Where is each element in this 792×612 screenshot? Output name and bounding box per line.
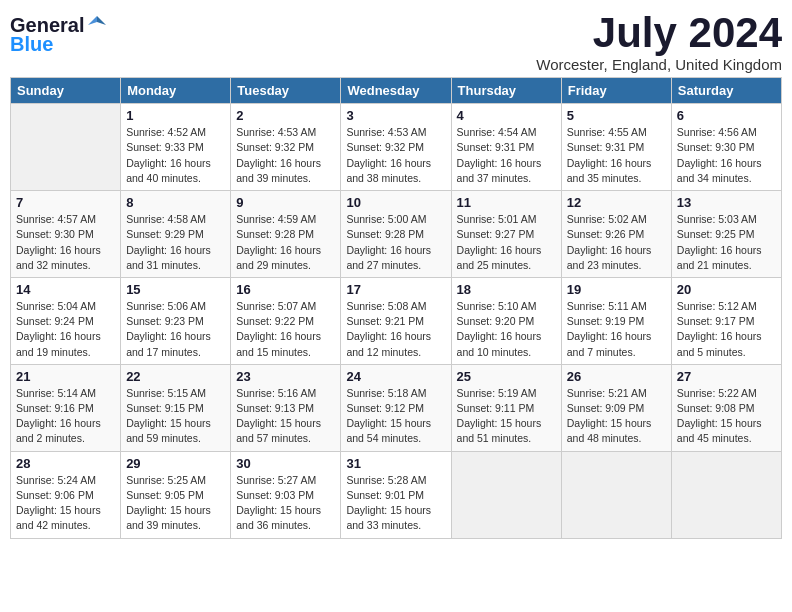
- column-header-wednesday: Wednesday: [341, 78, 451, 104]
- calendar-cell: 9Sunrise: 4:59 AMSunset: 9:28 PMDaylight…: [231, 191, 341, 278]
- day-info: Sunrise: 5:19 AMSunset: 9:11 PMDaylight:…: [457, 386, 556, 447]
- day-number: 1: [126, 108, 225, 123]
- calendar-cell: 19Sunrise: 5:11 AMSunset: 9:19 PMDayligh…: [561, 277, 671, 364]
- day-info: Sunrise: 4:54 AMSunset: 9:31 PMDaylight:…: [457, 125, 556, 186]
- day-number: 18: [457, 282, 556, 297]
- day-number: 12: [567, 195, 666, 210]
- day-number: 8: [126, 195, 225, 210]
- column-header-saturday: Saturday: [671, 78, 781, 104]
- calendar-cell: 29Sunrise: 5:25 AMSunset: 9:05 PMDayligh…: [121, 451, 231, 538]
- day-info: Sunrise: 5:21 AMSunset: 9:09 PMDaylight:…: [567, 386, 666, 447]
- day-info: Sunrise: 5:18 AMSunset: 9:12 PMDaylight:…: [346, 386, 445, 447]
- day-info: Sunrise: 5:22 AMSunset: 9:08 PMDaylight:…: [677, 386, 776, 447]
- day-info: Sunrise: 4:57 AMSunset: 9:30 PMDaylight:…: [16, 212, 115, 273]
- day-number: 20: [677, 282, 776, 297]
- column-header-thursday: Thursday: [451, 78, 561, 104]
- day-info: Sunrise: 5:12 AMSunset: 9:17 PMDaylight:…: [677, 299, 776, 360]
- calendar-cell: 7Sunrise: 4:57 AMSunset: 9:30 PMDaylight…: [11, 191, 121, 278]
- day-info: Sunrise: 5:06 AMSunset: 9:23 PMDaylight:…: [126, 299, 225, 360]
- day-number: 11: [457, 195, 556, 210]
- calendar-cell: 6Sunrise: 4:56 AMSunset: 9:30 PMDaylight…: [671, 104, 781, 191]
- logo: General Blue: [10, 10, 108, 56]
- calendar-cell: 26Sunrise: 5:21 AMSunset: 9:09 PMDayligh…: [561, 364, 671, 451]
- calendar-cell: 27Sunrise: 5:22 AMSunset: 9:08 PMDayligh…: [671, 364, 781, 451]
- calendar-cell: 28Sunrise: 5:24 AMSunset: 9:06 PMDayligh…: [11, 451, 121, 538]
- day-info: Sunrise: 5:25 AMSunset: 9:05 PMDaylight:…: [126, 473, 225, 534]
- calendar-cell: 21Sunrise: 5:14 AMSunset: 9:16 PMDayligh…: [11, 364, 121, 451]
- calendar-cell: 13Sunrise: 5:03 AMSunset: 9:25 PMDayligh…: [671, 191, 781, 278]
- day-info: Sunrise: 5:16 AMSunset: 9:13 PMDaylight:…: [236, 386, 335, 447]
- calendar-cell: 23Sunrise: 5:16 AMSunset: 9:13 PMDayligh…: [231, 364, 341, 451]
- day-number: 15: [126, 282, 225, 297]
- day-info: Sunrise: 5:15 AMSunset: 9:15 PMDaylight:…: [126, 386, 225, 447]
- column-header-monday: Monday: [121, 78, 231, 104]
- day-number: 4: [457, 108, 556, 123]
- day-info: Sunrise: 5:03 AMSunset: 9:25 PMDaylight:…: [677, 212, 776, 273]
- logo-blue: Blue: [10, 33, 53, 56]
- calendar-cell: [11, 104, 121, 191]
- day-info: Sunrise: 4:53 AMSunset: 9:32 PMDaylight:…: [346, 125, 445, 186]
- column-header-tuesday: Tuesday: [231, 78, 341, 104]
- day-info: Sunrise: 4:56 AMSunset: 9:30 PMDaylight:…: [677, 125, 776, 186]
- title-section: July 2024 Worcester, England, United Kin…: [536, 10, 782, 73]
- page-header: General Blue July 2024 Worcester, Englan…: [10, 10, 782, 73]
- calendar-cell: 31Sunrise: 5:28 AMSunset: 9:01 PMDayligh…: [341, 451, 451, 538]
- day-number: 13: [677, 195, 776, 210]
- location: Worcester, England, United Kingdom: [536, 56, 782, 73]
- day-number: 17: [346, 282, 445, 297]
- logo-icon: [86, 14, 108, 36]
- day-number: 14: [16, 282, 115, 297]
- day-info: Sunrise: 5:11 AMSunset: 9:19 PMDaylight:…: [567, 299, 666, 360]
- day-number: 3: [346, 108, 445, 123]
- day-number: 5: [567, 108, 666, 123]
- svg-marker-0: [97, 16, 106, 25]
- day-number: 28: [16, 456, 115, 471]
- day-info: Sunrise: 5:10 AMSunset: 9:20 PMDaylight:…: [457, 299, 556, 360]
- day-number: 19: [567, 282, 666, 297]
- svg-marker-1: [88, 16, 97, 25]
- day-number: 25: [457, 369, 556, 384]
- calendar-cell: 8Sunrise: 4:58 AMSunset: 9:29 PMDaylight…: [121, 191, 231, 278]
- calendar-cell: 5Sunrise: 4:55 AMSunset: 9:31 PMDaylight…: [561, 104, 671, 191]
- day-number: 2: [236, 108, 335, 123]
- day-number: 26: [567, 369, 666, 384]
- day-info: Sunrise: 5:24 AMSunset: 9:06 PMDaylight:…: [16, 473, 115, 534]
- calendar-cell: 3Sunrise: 4:53 AMSunset: 9:32 PMDaylight…: [341, 104, 451, 191]
- calendar-cell: 10Sunrise: 5:00 AMSunset: 9:28 PMDayligh…: [341, 191, 451, 278]
- calendar-cell: 24Sunrise: 5:18 AMSunset: 9:12 PMDayligh…: [341, 364, 451, 451]
- calendar-cell: 15Sunrise: 5:06 AMSunset: 9:23 PMDayligh…: [121, 277, 231, 364]
- day-number: 10: [346, 195, 445, 210]
- calendar-cell: 25Sunrise: 5:19 AMSunset: 9:11 PMDayligh…: [451, 364, 561, 451]
- day-number: 6: [677, 108, 776, 123]
- day-number: 23: [236, 369, 335, 384]
- day-number: 31: [346, 456, 445, 471]
- day-number: 16: [236, 282, 335, 297]
- calendar-cell: 22Sunrise: 5:15 AMSunset: 9:15 PMDayligh…: [121, 364, 231, 451]
- day-number: 9: [236, 195, 335, 210]
- calendar-cell: 30Sunrise: 5:27 AMSunset: 9:03 PMDayligh…: [231, 451, 341, 538]
- day-info: Sunrise: 5:07 AMSunset: 9:22 PMDaylight:…: [236, 299, 335, 360]
- day-number: 7: [16, 195, 115, 210]
- day-number: 27: [677, 369, 776, 384]
- day-info: Sunrise: 5:27 AMSunset: 9:03 PMDaylight:…: [236, 473, 335, 534]
- day-number: 30: [236, 456, 335, 471]
- calendar-cell: 11Sunrise: 5:01 AMSunset: 9:27 PMDayligh…: [451, 191, 561, 278]
- day-info: Sunrise: 5:28 AMSunset: 9:01 PMDaylight:…: [346, 473, 445, 534]
- day-number: 24: [346, 369, 445, 384]
- column-header-friday: Friday: [561, 78, 671, 104]
- calendar-cell: [561, 451, 671, 538]
- day-info: Sunrise: 4:53 AMSunset: 9:32 PMDaylight:…: [236, 125, 335, 186]
- month-title: July 2024: [536, 10, 782, 56]
- calendar-cell: 16Sunrise: 5:07 AMSunset: 9:22 PMDayligh…: [231, 277, 341, 364]
- calendar-cell: 17Sunrise: 5:08 AMSunset: 9:21 PMDayligh…: [341, 277, 451, 364]
- calendar-cell: 4Sunrise: 4:54 AMSunset: 9:31 PMDaylight…: [451, 104, 561, 191]
- calendar-cell: [671, 451, 781, 538]
- day-info: Sunrise: 5:00 AMSunset: 9:28 PMDaylight:…: [346, 212, 445, 273]
- day-info: Sunrise: 5:02 AMSunset: 9:26 PMDaylight:…: [567, 212, 666, 273]
- day-number: 21: [16, 369, 115, 384]
- calendar-cell: 1Sunrise: 4:52 AMSunset: 9:33 PMDaylight…: [121, 104, 231, 191]
- calendar-cell: 18Sunrise: 5:10 AMSunset: 9:20 PMDayligh…: [451, 277, 561, 364]
- day-info: Sunrise: 5:14 AMSunset: 9:16 PMDaylight:…: [16, 386, 115, 447]
- calendar-cell: 12Sunrise: 5:02 AMSunset: 9:26 PMDayligh…: [561, 191, 671, 278]
- calendar-cell: [451, 451, 561, 538]
